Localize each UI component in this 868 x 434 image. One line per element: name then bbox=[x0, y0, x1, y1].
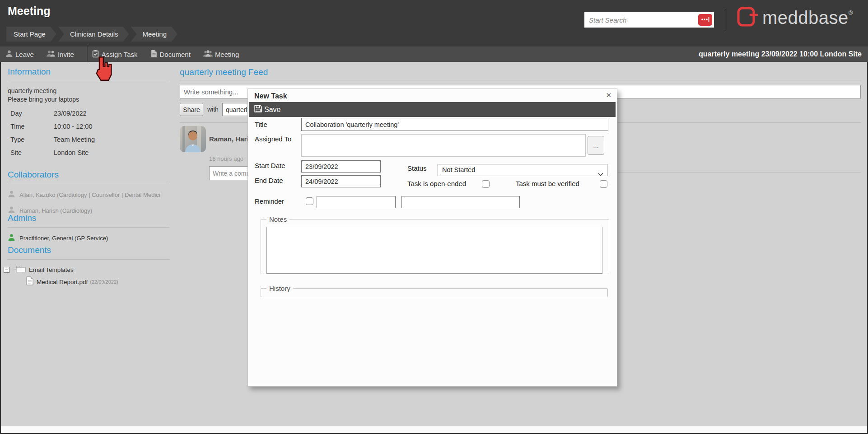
notes-legend: Notes bbox=[266, 215, 289, 223]
toolbar-assign-task-button[interactable]: Assign Task bbox=[92, 47, 138, 62]
toolbar-document-button[interactable]: Document bbox=[150, 47, 191, 62]
start-date-input[interactable] bbox=[301, 160, 381, 173]
file-date-label: (22/09/2022) bbox=[90, 279, 118, 285]
notes-fieldset: Notes bbox=[261, 215, 609, 274]
post-timestamp: 16 hours ago bbox=[209, 155, 243, 162]
reminder-date-input[interactable] bbox=[317, 196, 396, 208]
notes-textarea[interactable] bbox=[266, 227, 602, 274]
toolbar-meeting-button[interactable]: Meeting bbox=[203, 47, 239, 62]
toolbar-separator bbox=[87, 47, 87, 62]
ellipsis-cursor-icon bbox=[701, 17, 710, 23]
share-button[interactable]: Share bbox=[180, 103, 203, 116]
breadcrumb-clinician-details[interactable]: Clinician Details bbox=[58, 27, 129, 42]
close-icon[interactable]: ✕ bbox=[606, 91, 611, 99]
documents-heading: Documents bbox=[8, 244, 169, 260]
toolbar-invite-button[interactable]: Invite bbox=[47, 47, 74, 62]
meeting-note-text: Please bring your laptops bbox=[8, 95, 169, 104]
search-input[interactable] bbox=[585, 13, 698, 27]
folder-icon bbox=[16, 265, 26, 275]
breadcrumb: Start Page Clinician Details Meeting bbox=[6, 27, 179, 42]
documents-section: Documents Email Templates Medical Report… bbox=[8, 244, 169, 288]
folder-row-email-templates[interactable]: Email Templates bbox=[4, 264, 165, 275]
post-author[interactable]: Raman, Hari bbox=[209, 135, 249, 143]
assigned-to-label: Assigned To bbox=[255, 135, 291, 143]
invite-people-icon bbox=[47, 50, 56, 59]
task-title-input[interactable] bbox=[301, 118, 608, 131]
page-title: Meeting bbox=[8, 5, 50, 18]
chevron-down-icon bbox=[598, 168, 603, 180]
info-row-time: Time 10:00 - 12:00 bbox=[8, 123, 169, 130]
info-row-day: Day 23/09/2022 bbox=[8, 110, 169, 117]
admins-heading: Admins bbox=[8, 212, 169, 228]
assigned-to-input[interactable] bbox=[301, 134, 586, 157]
logo-text: meddbase® bbox=[762, 8, 853, 28]
information-section: Information quarterly meeting Please bri… bbox=[8, 66, 169, 156]
meeting-name-text: quarterly meeting bbox=[8, 87, 169, 95]
header: Meeting Start Page Clinician Details Mee… bbox=[0, 0, 868, 47]
collaborator-item[interactable]: Allan, Kazuko (Cardiology | Counsellor |… bbox=[8, 189, 169, 200]
admin-item[interactable]: Practitioner, General (GP Service) bbox=[8, 233, 169, 243]
feed-heading: quarterly meeting Feed bbox=[180, 67, 268, 77]
file-icon bbox=[26, 276, 33, 287]
history-fieldset: History bbox=[261, 285, 608, 297]
admins-section: Admins Practitioner, General (GP Service… bbox=[8, 212, 169, 243]
breadcrumb-start-page[interactable]: Start Page bbox=[6, 27, 56, 42]
status-label: Status bbox=[407, 164, 427, 172]
reminder-checkbox[interactable] bbox=[306, 197, 313, 205]
feed-divider bbox=[617, 172, 861, 173]
documents-tree: Email Templates Medical Report.pdf (22/0… bbox=[4, 264, 165, 288]
must-be-verified-checkbox[interactable] bbox=[600, 180, 607, 188]
person-icon-green bbox=[8, 233, 15, 243]
assign-task-icon bbox=[92, 50, 99, 59]
tree-connector bbox=[9, 270, 16, 270]
header-divider bbox=[726, 8, 726, 30]
end-date-label: End Date bbox=[255, 177, 283, 184]
meddbase-logo-icon bbox=[736, 5, 758, 30]
assigned-to-browse-button[interactable]: ... bbox=[588, 136, 604, 155]
file-row-medical-report[interactable]: Medical Report.pdf (22/09/2022) bbox=[4, 276, 165, 288]
info-row-type: Type Team Meeting bbox=[8, 136, 169, 143]
modal-title: New Task bbox=[254, 92, 287, 100]
bottom-strip bbox=[1, 426, 867, 433]
collaborators-section: Collaborators Allan, Kazuko (Cardiology … bbox=[8, 169, 169, 216]
start-date-label: Start Date bbox=[255, 162, 285, 169]
end-date-input[interactable] bbox=[301, 175, 381, 187]
search-button[interactable] bbox=[698, 14, 712, 26]
reminder-label: Reminder bbox=[255, 197, 284, 205]
person-icon bbox=[5, 50, 13, 59]
toolbar-leave-button[interactable]: Leave bbox=[5, 47, 34, 62]
status-select[interactable]: Not Started bbox=[438, 164, 607, 176]
reminder-time-input[interactable] bbox=[401, 196, 520, 208]
feed-heading-rule bbox=[180, 80, 861, 80]
information-heading: Information bbox=[8, 66, 169, 81]
breadcrumb-meeting[interactable]: Meeting bbox=[131, 27, 177, 42]
meeting-context-label: quarterly meeting 23/09/2022 10:00 Londo… bbox=[699, 50, 862, 58]
search-box bbox=[584, 12, 714, 28]
open-ended-checkbox[interactable] bbox=[482, 180, 490, 188]
history-legend: History bbox=[266, 285, 293, 292]
info-row-site: Site London Site bbox=[8, 149, 169, 156]
must-be-verified-label: Task must be verified bbox=[516, 180, 579, 187]
meeting-group-icon bbox=[203, 50, 213, 59]
app-window: Meeting Start Page Clinician Details Mee… bbox=[0, 0, 868, 434]
title-label: Title bbox=[255, 121, 267, 128]
meddbase-logo: meddbase® bbox=[736, 5, 853, 30]
collaborators-heading: Collaborators bbox=[8, 169, 169, 184]
avatar[interactable] bbox=[180, 126, 206, 152]
open-ended-label: Task is open-ended bbox=[407, 180, 466, 187]
toolbar: Leave Invite Assign Task Document Meeti bbox=[0, 47, 868, 62]
with-label: with bbox=[207, 106, 219, 113]
person-icon bbox=[8, 190, 15, 200]
save-button[interactable]: Save bbox=[249, 102, 616, 117]
document-icon bbox=[150, 50, 158, 59]
save-floppy-icon bbox=[254, 104, 262, 115]
collapse-expander-icon[interactable] bbox=[4, 267, 9, 273]
new-task-modal: New Task ✕ Save Title Assigned To ... St… bbox=[247, 89, 617, 387]
